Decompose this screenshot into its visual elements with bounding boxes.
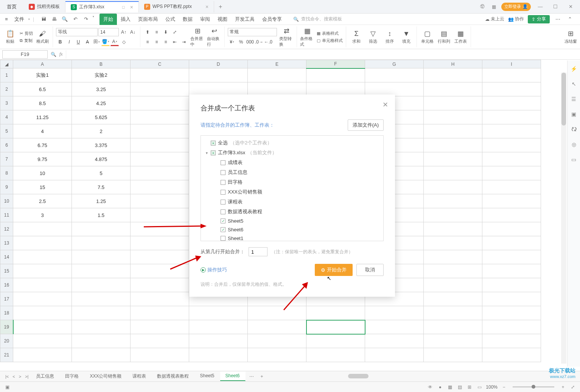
sheet-list-item[interactable]: 成绩表	[204, 158, 380, 167]
cell[interactable]	[131, 292, 189, 306]
view-read-icon[interactable]: ▭	[476, 384, 483, 390]
cell[interactable]	[131, 278, 189, 292]
cell[interactable]: 6.75	[13, 138, 72, 152]
sheet-checkbox[interactable]	[221, 218, 225, 223]
sheet-tab[interactable]: 田字格	[60, 372, 84, 381]
cell[interactable]	[424, 96, 482, 110]
cell[interactable]: 1.5	[72, 208, 131, 222]
cell[interactable]	[306, 320, 365, 334]
sheet-checkbox[interactable]	[221, 236, 225, 241]
apps-icon[interactable]: ▦	[490, 3, 498, 10]
format-painter-button[interactable]: 🖌 格式刷	[35, 30, 50, 44]
cell[interactable]	[131, 96, 189, 110]
row-header[interactable]: 17	[0, 292, 13, 306]
cell-button[interactable]: ▢单元格	[420, 29, 434, 44]
select-all-corner[interactable]: ◢	[0, 60, 13, 68]
cell[interactable]	[306, 334, 365, 348]
row-header[interactable]: 21	[0, 348, 13, 362]
row-header[interactable]: 18	[0, 306, 13, 320]
cell[interactable]: 5	[72, 166, 131, 180]
sheet-checkbox[interactable]	[221, 160, 225, 165]
cell[interactable]	[424, 68, 482, 82]
table-style-button[interactable]: ▦表格样式	[317, 31, 343, 36]
file-checkbox[interactable]: ▪	[211, 150, 216, 155]
bold-button[interactable]: B	[56, 38, 64, 46]
view-pagebreak-icon[interactable]: ⊞	[466, 384, 473, 390]
cell[interactable]: 9.75	[13, 152, 72, 166]
copy-button[interactable]: ⧉复制	[20, 38, 33, 43]
cell[interactable]: 3.25	[72, 82, 131, 96]
cell[interactable]	[72, 320, 131, 334]
sheet-tab[interactable]: Sheet6	[220, 372, 246, 381]
ribbon-tab-review[interactable]: 审阅	[196, 14, 214, 25]
cooperate-button[interactable]: 👥 协作	[508, 16, 524, 22]
col-header-B[interactable]: B	[72, 60, 131, 68]
sheet-list-item[interactable]: Sheet6	[204, 225, 380, 234]
cell[interactable]: 3	[13, 208, 72, 222]
increase-font-icon[interactable]: A↑	[120, 28, 128, 36]
percent-button[interactable]: %	[237, 38, 245, 46]
cell[interactable]	[482, 180, 541, 194]
cell[interactable]	[482, 250, 541, 264]
sheet-nav-next-icon[interactable]: >	[17, 374, 23, 379]
sheet-checkbox[interactable]	[221, 209, 225, 214]
sheet-tab[interactable]: 数据透视表教程	[152, 372, 194, 381]
ribbon-tab-dev[interactable]: 开发工具	[231, 14, 258, 25]
minimize-icon[interactable]: —	[535, 0, 546, 14]
cond-format-button[interactable]: ▦ 条件格式	[300, 27, 314, 47]
cell[interactable]	[72, 250, 131, 264]
cell[interactable]	[424, 236, 482, 250]
side-style-icon[interactable]: ▣	[570, 110, 578, 118]
row-header[interactable]: 7	[0, 152, 13, 166]
name-box[interactable]	[2, 50, 48, 59]
decrease-font-icon[interactable]: A↓	[129, 28, 137, 36]
col-header-C[interactable]: C	[131, 60, 189, 68]
sheet-list-item[interactable]: XXX公司销售额	[204, 187, 380, 197]
zoom-slider[interactable]	[513, 386, 554, 387]
cell[interactable]: 3.375	[72, 138, 131, 152]
cell[interactable]	[424, 278, 482, 292]
sheet-tab[interactable]: Sheet5	[194, 372, 220, 381]
cell[interactable]	[424, 124, 482, 138]
side-settings-icon[interactable]: ☰	[570, 95, 578, 103]
cell[interactable]	[72, 264, 131, 278]
cell[interactable]	[13, 334, 72, 348]
cell[interactable]	[13, 320, 72, 334]
align-bottom-icon[interactable]: ⬇	[162, 28, 170, 36]
workbook-tab[interactable]: S 工作簿3.xlsx ◻ ×	[65, 1, 139, 12]
side-quick-icon[interactable]: ⚡	[570, 65, 578, 73]
ribbon-tab-formula[interactable]: 公式	[162, 14, 179, 25]
row-header[interactable]: 11	[0, 208, 13, 222]
cell[interactable]	[482, 278, 541, 292]
cell[interactable]	[13, 264, 72, 278]
cell[interactable]	[424, 110, 482, 124]
font-color-button[interactable]: A▾	[110, 38, 119, 46]
vscroll-thumb[interactable]	[561, 73, 566, 126]
cell[interactable]: 4	[13, 124, 72, 138]
close-tab-icon[interactable]: ×	[130, 4, 133, 10]
sheet-checkbox[interactable]	[221, 180, 225, 185]
currency-button[interactable]: ¥▾	[228, 38, 236, 46]
cell[interactable]	[72, 348, 131, 362]
row-header[interactable]: 9	[0, 180, 13, 194]
col-header-G[interactable]: G	[365, 60, 424, 68]
cell[interactable]	[131, 138, 189, 152]
align-top-icon[interactable]: ⬆	[143, 28, 152, 36]
cell[interactable]	[482, 292, 541, 306]
cell[interactable]	[13, 292, 72, 306]
cell[interactable]	[131, 334, 189, 348]
sheet-nav-first-icon[interactable]: |<	[4, 374, 10, 379]
cell[interactable]	[72, 292, 131, 306]
border-button[interactable]: 田▾	[92, 38, 101, 46]
cell[interactable]	[131, 152, 189, 166]
cell[interactable]	[306, 68, 365, 82]
add-file-button[interactable]: 添加文件(A)	[348, 119, 384, 131]
cell[interactable]	[424, 152, 482, 166]
col-header-H[interactable]: H	[424, 60, 482, 68]
cell[interactable]: 8.5	[13, 96, 72, 110]
ppt-tab[interactable]: P WPS PPT教程.pptx ×	[139, 1, 214, 12]
cell[interactable]	[482, 82, 541, 96]
menu-hamburger-icon[interactable]: ≡	[2, 15, 11, 23]
thousands-button[interactable]: 000	[246, 38, 254, 46]
ribbon-tab-data[interactable]: 数据	[179, 14, 196, 25]
